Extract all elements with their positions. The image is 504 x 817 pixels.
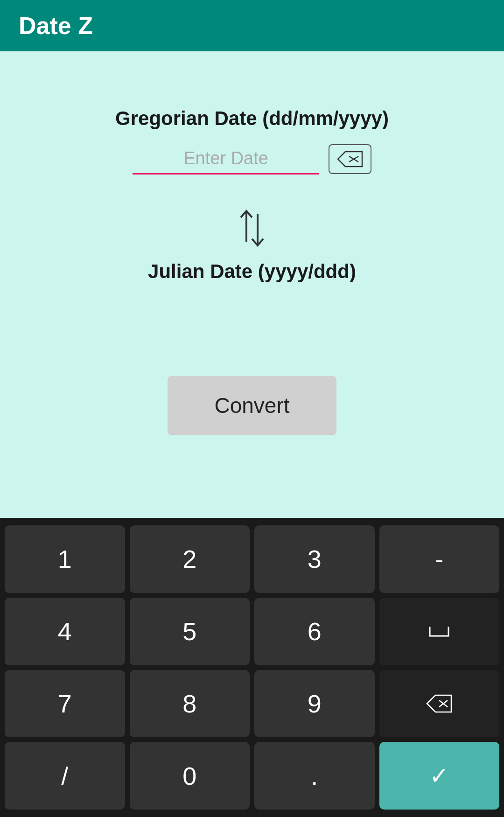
- key-confirm[interactable]: ✓: [379, 742, 500, 810]
- transfer-icon: [233, 207, 271, 249]
- key-8[interactable]: 8: [130, 670, 250, 738]
- key-1[interactable]: 1: [5, 525, 125, 593]
- key-3[interactable]: 3: [254, 525, 375, 593]
- date-input[interactable]: [133, 144, 319, 175]
- key--[interactable]: -: [379, 525, 500, 593]
- julian-date-label: Julian Date (yyyy/ddd): [148, 260, 356, 283]
- clear-input-button[interactable]: [329, 144, 371, 174]
- key-7[interactable]: 7: [5, 670, 125, 738]
- keyboard-row-0: 123-: [5, 525, 499, 593]
- key-backspace[interactable]: [379, 670, 500, 738]
- key-5[interactable]: 5: [130, 598, 250, 665]
- keyboard-row-1: 456: [5, 598, 499, 665]
- date-input-wrapper: [133, 144, 319, 175]
- key-6[interactable]: 6: [254, 598, 375, 665]
- key-space[interactable]: [379, 598, 500, 665]
- key-9[interactable]: 9: [254, 670, 375, 738]
- keyboard-row-3: /0.✓: [5, 742, 499, 810]
- backspace-icon: [336, 149, 364, 169]
- key-0[interactable]: 0: [130, 742, 250, 810]
- keyboard-row-2: 789: [5, 670, 499, 738]
- date-input-row: [133, 144, 371, 175]
- gregorian-date-label: Gregorian Date (dd/mm/yyyy): [115, 107, 389, 130]
- transfer-icon-container: [233, 207, 271, 251]
- key-/[interactable]: /: [5, 742, 125, 810]
- key-2[interactable]: 2: [130, 525, 250, 593]
- app-bar: Date Z: [0, 0, 504, 51]
- key-.[interactable]: .: [254, 742, 375, 810]
- app-title: Date Z: [19, 12, 93, 40]
- convert-button[interactable]: Convert: [168, 376, 336, 435]
- main-content: Gregorian Date (dd/mm/yyyy) Julian: [0, 51, 504, 518]
- key-4[interactable]: 4: [5, 598, 125, 665]
- keyboard: 123-456 789 /0.✓: [0, 518, 504, 817]
